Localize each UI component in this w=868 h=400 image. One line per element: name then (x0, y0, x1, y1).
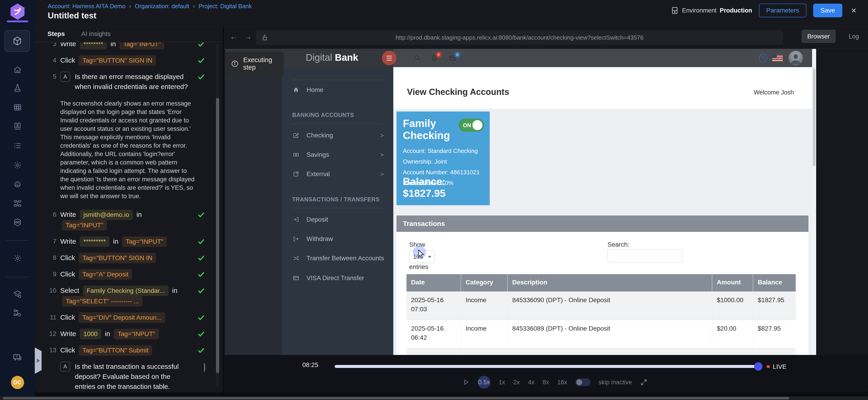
step-row-5-assertion[interactable]: 5 A Is there an error message displayed … (35, 72, 223, 92)
viewport-scrollbar[interactable] (812, 49, 816, 355)
step-row-3[interactable]: 3 Write ******** in Tag="INPUT" (35, 42, 223, 49)
parameters-button[interactable]: Parameters (759, 4, 806, 17)
bank-sidebar-item-visa[interactable]: VISA Direct Transfer (282, 272, 393, 284)
search-input[interactable] (608, 249, 683, 262)
account-toggle[interactable]: ON (459, 119, 484, 132)
language-flag-icon[interactable] (772, 55, 783, 62)
rail-item-help-chat[interactable]: ? (0, 353, 35, 363)
col-amount[interactable]: Amount (712, 274, 753, 291)
url-bar[interactable]: http://prod.dbank.staging-apps.relicx.ai… (256, 30, 783, 45)
tab-steps[interactable]: Steps (48, 30, 65, 37)
fullscreen-expand-icon[interactable] (640, 379, 648, 386)
bank-sidebar-item-checking[interactable]: Checking > (282, 129, 393, 142)
rail-item-project-setup[interactable] (0, 290, 35, 299)
bank-sidebar-item-withdraw[interactable]: Withdraw (282, 232, 393, 245)
step-value-chip[interactable]: Family Checking (Standar... (83, 286, 168, 296)
play-icon[interactable] (463, 379, 469, 385)
tab-browser[interactable]: Browser (801, 30, 836, 43)
speed-2x[interactable]: 2x (513, 379, 520, 386)
player-timeline-track[interactable] (335, 365, 758, 368)
rail-item-table[interactable] (0, 103, 35, 112)
rail-item-settings[interactable] (0, 161, 35, 170)
bank-help-icon[interactable]: ? (759, 54, 768, 63)
table-row[interactable]: 2025-05-1606:42 Income 845336089 (DPT) -… (406, 320, 796, 348)
family-checking-card[interactable]: Family Checking ON Account: Standard Che… (397, 112, 490, 205)
step-target-chip[interactable]: Tag="BUTTON" SIGN IN (79, 55, 156, 66)
rail-item-incognito[interactable]: ? (0, 180, 35, 189)
messages-envelope-icon[interactable]: 0 (449, 54, 457, 62)
step-row-4[interactable]: 4 Click Tag="BUTTON" SIGN IN (35, 55, 223, 66)
step-row-12[interactable]: 12 Write 1000 in Tag="INPUT" (35, 329, 223, 339)
search-icon[interactable] (414, 54, 421, 62)
rail-item-chaos[interactable] (0, 218, 35, 227)
rail-item-boards[interactable] (0, 122, 35, 131)
step-row-7[interactable]: 7 Write ********* in Tag="INPUT" (35, 236, 223, 247)
rail-item-module-active[interactable] (4, 30, 30, 52)
rail-item-home[interactable] (0, 65, 35, 75)
steps-scrollbar-thumb[interactable] (216, 98, 219, 373)
step-target-chip[interactable]: Tag="BUTTON" Submit (79, 345, 152, 355)
step-target-chip[interactable]: Tag="INPUT" (120, 42, 164, 49)
user-avatar[interactable]: DC (0, 376, 35, 389)
col-description[interactable]: Description (508, 274, 712, 291)
step-row-6[interactable]: 6 Write jsmith@demo.io in Tag="INPUT" (35, 209, 223, 230)
step-target-chip[interactable]: Tag="A" Deposit (79, 269, 132, 280)
bank-user-avatar[interactable] (788, 51, 803, 65)
step-target-chip[interactable]: Tag="DIV" Deposit Amoun... (79, 312, 165, 323)
step-row-10[interactable]: 10 Select Family Checking (Standar... in… (35, 286, 223, 307)
step-row-9[interactable]: 9 Click Tag="A" Deposit (35, 269, 223, 280)
step-row-11[interactable]: 11 Click Tag="DIV" Deposit Amoun... (35, 312, 223, 323)
table-row[interactable]: 2025-05-1607:03 Income 845336090 (DPT) -… (406, 291, 796, 320)
bank-sidebar-item-external[interactable]: External > (282, 168, 393, 180)
close-icon[interactable]: ✕ (849, 7, 859, 15)
skip-inactive-toggle[interactable] (576, 378, 590, 386)
step-target-chip[interactable]: Tag="INPUT" (122, 236, 167, 247)
url-text[interactable]: http://prod.dbank.staging-apps.relicx.ai… (396, 34, 644, 41)
sidebar-toggle-button[interactable] (382, 51, 397, 65)
step-target-chip[interactable]: Tag="INPUT" (114, 329, 159, 339)
rail-item-pipelines[interactable] (0, 199, 35, 208)
step-target-chip[interactable]: Tag="BUTTON" SIGN IN (79, 253, 156, 263)
breadcrumb-org[interactable]: Organization: default (135, 3, 189, 10)
tab-ai-insights[interactable]: AI insights (81, 30, 111, 37)
bank-brand[interactable]: Digital Bank (282, 52, 382, 63)
step-row-13[interactable]: 13 Click Tag="BUTTON" Submit (35, 345, 223, 355)
back-arrow-icon[interactable]: ← (230, 32, 238, 41)
speed-8x[interactable]: 8x (543, 379, 549, 386)
rail-item-account-settings[interactable] (0, 254, 35, 263)
rail-item-list[interactable] (0, 141, 35, 150)
speed-4x[interactable]: 4x (528, 379, 534, 386)
bank-sidebar-item-transfer[interactable]: Transfer Between Accounts (282, 252, 393, 265)
col-date[interactable]: Date (406, 274, 461, 291)
col-balance[interactable]: Balance (753, 274, 796, 291)
bank-sidebar-item-savings[interactable]: Savings > (282, 148, 393, 161)
step-value-chip[interactable]: ******** (80, 42, 107, 49)
speed-0.5x[interactable]: 0.5x (478, 376, 490, 389)
bank-sidebar-item-home[interactable]: Home (282, 84, 393, 96)
steps-list[interactable]: 3 Write ******** in Tag="INPUT" 4 Click … (35, 42, 223, 393)
rail-item-experiments[interactable] (0, 84, 35, 93)
step-value-chip[interactable]: 1000 (80, 329, 101, 339)
rail-item-org-setup[interactable] (0, 309, 35, 318)
save-button[interactable]: Save (813, 4, 842, 17)
harness-logo-icon[interactable] (8, 2, 27, 21)
breadcrumb-account[interactable]: Account: Harness AITA Demo (48, 3, 125, 10)
step-value-chip[interactable]: jsmith@demo.io (80, 209, 133, 220)
step-row-8[interactable]: 8 Click Tag="BUTTON" SIGN IN (35, 253, 223, 263)
step-target-chip[interactable]: Tag="INPUT" (62, 220, 107, 230)
step-value-chip[interactable]: ********* (80, 236, 110, 247)
notifications-bell-icon[interactable]: 0 (431, 54, 438, 62)
speed-1x[interactable]: 1x (499, 379, 505, 386)
tab-log[interactable]: Log (849, 30, 859, 43)
page-horizontal-scrollbar[interactable] (0, 396, 868, 400)
step-row-14-assertion[interactable]: A Is the last transaction a successful d… (35, 362, 223, 393)
step-target-chip[interactable]: Tag="SELECT" ---------- ... (62, 296, 143, 307)
speed-16x[interactable]: 16x (557, 379, 567, 386)
environment-value[interactable]: Production (720, 7, 752, 14)
panel-collapse-handle[interactable] (35, 347, 41, 374)
breadcrumb-project[interactable]: Project: Digital Bank (198, 3, 252, 10)
forward-arrow-icon[interactable]: → (244, 32, 252, 41)
bank-sidebar-item-deposit[interactable]: Deposit (282, 213, 393, 226)
col-category[interactable]: Category (461, 274, 508, 291)
player-timeline-thumb[interactable] (754, 362, 763, 371)
